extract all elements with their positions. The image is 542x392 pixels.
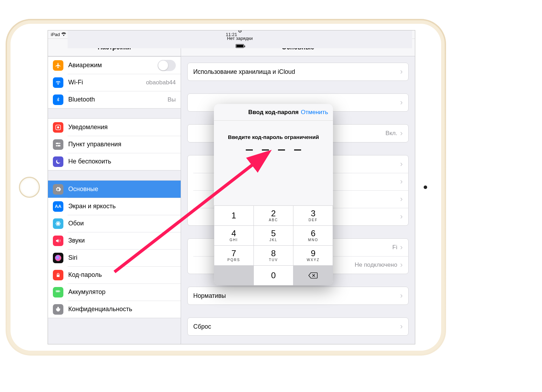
keypad-2[interactable]: 2ABC	[254, 206, 293, 225]
gear-icon	[53, 184, 63, 195]
keypad-6[interactable]: 6MNO	[293, 226, 333, 245]
keypad-1[interactable]: 1	[214, 206, 253, 225]
svg-point-5	[59, 142, 61, 144]
passcode-slot	[246, 149, 253, 150]
modal-prompt: Введите код-пароль ограничений	[214, 134, 333, 140]
battery-icon	[236, 43, 244, 48]
keypad-digit: 6	[311, 229, 315, 238]
hand-icon	[53, 304, 63, 315]
keypad-digit: 2	[271, 209, 276, 218]
keypad-7[interactable]: 7PQRS	[214, 246, 253, 265]
sidebar-item-bluetooth[interactable]: BluetoothВы	[48, 91, 181, 108]
sidebar-item-airplane[interactable]: Авиарежим	[48, 57, 181, 74]
keypad-letters: WXYZ	[307, 258, 320, 262]
sidebar-item-flower[interactable]: Обои	[48, 215, 181, 232]
sidebar-item-bell[interactable]: Уведомления	[48, 119, 181, 136]
flower-icon	[53, 218, 63, 229]
keypad-digit: 8	[271, 249, 276, 258]
sidebar-item-label: Основные	[68, 186, 98, 193]
sidebar-item-value: obaobab44	[146, 79, 176, 86]
sidebar-item-siri[interactable]: Siri	[48, 249, 181, 266]
sidebar: Настройки АвиарежимWi-Fiobaobab44Bluetoo…	[48, 39, 181, 344]
bluetooth-icon	[53, 94, 63, 105]
passcode-modal: Ввод код-пароля Отменить Введите код-пар…	[214, 104, 333, 285]
passcode-slot	[262, 149, 269, 150]
svg-rect-16	[60, 290, 60, 291]
sidebar-item-aa[interactable]: AAЭкран и яркость	[48, 198, 181, 215]
sidebar-item-label: Обои	[68, 220, 84, 227]
speaker-icon	[53, 236, 63, 246]
airplane-switch[interactable]	[158, 60, 176, 71]
passcode-slots	[214, 149, 333, 150]
chevron-right-icon: ›	[400, 323, 403, 330]
cancel-button[interactable]: Отменить	[301, 109, 328, 116]
ipad-frame: iPad 11:21 Нет зарядки Настройки Авиареж…	[6, 19, 446, 356]
sidebar-item-label: Bluetooth	[68, 96, 95, 103]
sidebar-item-speaker[interactable]: Звуки	[48, 232, 181, 249]
keypad-digit: 4	[231, 229, 236, 238]
keypad-0[interactable]: 0	[254, 266, 293, 285]
chevron-right-icon: ›	[400, 178, 403, 186]
chevron-right-icon: ›	[400, 68, 403, 76]
sidebar-item-label: Siri	[68, 254, 77, 261]
wifi-icon	[61, 32, 66, 37]
sidebar-item-label: Wi-Fi	[68, 79, 83, 86]
keypad-4[interactable]: 4GHI	[214, 226, 253, 245]
chevron-right-icon: ›	[400, 195, 403, 203]
keypad-letters: DEF	[308, 218, 318, 222]
airplane-icon	[53, 60, 63, 71]
keypad-8[interactable]: 8TUV	[254, 246, 293, 265]
sidebar-item-toggles[interactable]: Пункт управления	[48, 136, 181, 153]
svg-rect-6	[57, 145, 61, 146]
sidebar-item-moon[interactable]: Не беспокоить	[48, 153, 181, 170]
chevron-right-icon: ›	[400, 261, 403, 269]
front-camera	[424, 186, 427, 189]
keypad-digit: 9	[311, 249, 315, 258]
sidebar-item-label: Уведомления	[68, 124, 108, 131]
home-button[interactable]	[19, 177, 40, 198]
sidebar-item-battery[interactable]: Аккумулятор	[48, 284, 181, 301]
keypad-letters: ABC	[269, 218, 278, 222]
detail-row[interactable]: Использование хранилища и iCloud›	[188, 63, 408, 80]
keypad-digit: 0	[271, 271, 276, 280]
screen: iPad 11:21 Нет зарядки Настройки Авиареж…	[48, 30, 415, 344]
device-name: iPad	[51, 32, 60, 37]
chevron-right-icon: ›	[400, 160, 403, 168]
keypad-3[interactable]: 3DEF	[293, 206, 333, 225]
keypad-digit: 1	[231, 211, 236, 220]
keypad-delete[interactable]	[293, 266, 333, 285]
keypad-blank	[214, 266, 253, 285]
sidebar-item-label: Пункт управления	[68, 141, 121, 148]
detail-row[interactable]: Сброс›	[188, 318, 408, 335]
svg-point-13	[55, 255, 61, 261]
keypad-letters: GHI	[230, 238, 238, 242]
keypad-letters: JKL	[269, 238, 277, 242]
keypad-digit: 3	[311, 209, 315, 218]
detail-row-label: Сброс	[193, 323, 211, 330]
sidebar-item-label: Экран и яркость	[68, 203, 116, 210]
moon-icon	[53, 156, 63, 167]
toggles-icon	[53, 139, 63, 150]
keypad-9[interactable]: 9WXYZ	[293, 246, 333, 265]
chevron-right-icon: ›	[400, 213, 403, 220]
chevron-right-icon: ›	[400, 244, 403, 251]
keypad-letters: MNO	[308, 238, 318, 242]
keypad-5[interactable]: 5JKL	[254, 226, 293, 245]
sidebar-item-value: Вы	[167, 96, 176, 103]
sidebar-item-label: Звуки	[68, 237, 85, 244]
detail-row-value: Fi	[392, 244, 397, 251]
chevron-right-icon: ›	[400, 292, 403, 300]
keypad-digit: 7	[231, 249, 236, 258]
passcode-slot	[294, 149, 301, 150]
sidebar-item-lock[interactable]: Код-пароль	[48, 266, 181, 284]
bell-icon	[53, 122, 63, 133]
sidebar-item-hand[interactable]: Конфиденциальность	[48, 301, 181, 318]
sidebar-item-label: Код-пароль	[68, 271, 102, 279]
sidebar-item-gear[interactable]: Основные	[48, 181, 181, 198]
sidebar-item-wifi[interactable]: Wi-Fiobaobab44	[48, 74, 181, 91]
svg-point-7	[56, 145, 57, 146]
status-time: 11:21	[226, 32, 237, 37]
detail-row[interactable]: Нормативы›	[188, 287, 408, 304]
detail-row-value: Вкл.	[385, 130, 397, 137]
modal-header: Ввод код-пароля Отменить	[214, 104, 333, 121]
